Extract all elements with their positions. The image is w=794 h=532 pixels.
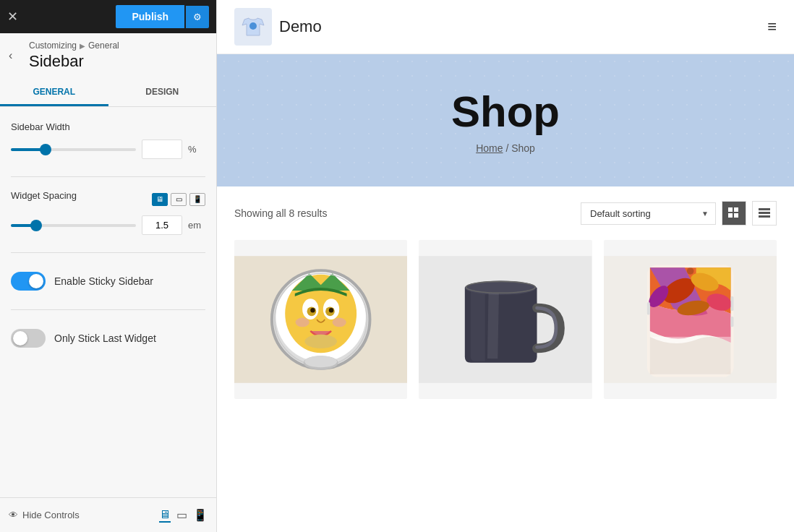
svg-point-16 xyxy=(310,308,315,312)
hero-section: Shop Home / Shop xyxy=(217,54,794,186)
breadcrumb: Customizing ▶ General xyxy=(0,33,216,51)
svg-point-24 xyxy=(304,356,337,367)
divider-1 xyxy=(11,176,205,177)
tshirt-svg xyxy=(240,14,266,40)
stick-last-widget-label: Only Stick Last Widget xyxy=(54,332,156,344)
toggle-track xyxy=(11,272,46,291)
panel-title: Sidebar xyxy=(0,51,216,80)
sidebar-width-slider[interactable] xyxy=(11,148,136,151)
widget-spacing-header: Widget Spacing 🖥 ▭ 📱 xyxy=(11,190,205,208)
stick-last-widget-toggle-row: Only Stick Last Widget xyxy=(11,323,205,353)
svg-rect-4 xyxy=(734,213,738,218)
logo-icon xyxy=(234,8,272,46)
sticky-sidebar-toggle-row: Enable Sticky Sidebar xyxy=(11,266,205,296)
svg-rect-38 xyxy=(730,296,733,311)
slider-thumb[interactable] xyxy=(40,144,51,155)
sidebar-width-unit: % xyxy=(188,144,205,155)
publish-area: Publish ⚙ xyxy=(116,5,209,28)
svg-rect-5 xyxy=(759,208,770,210)
close-button[interactable]: ✕ xyxy=(7,9,18,25)
bottom-mobile-icon[interactable]: 📱 xyxy=(193,508,208,523)
bottom-bar: 👁 Hide Controls 🖥 ▭ 📱 xyxy=(0,497,216,532)
desktop-icon[interactable]: 🖥 xyxy=(152,193,168,206)
svg-point-17 xyxy=(329,308,333,312)
product-svg-phone xyxy=(604,240,777,399)
svg-point-37 xyxy=(687,267,694,275)
publish-button[interactable]: Publish xyxy=(116,5,184,28)
device-icon-group: 🖥 ▭ 📱 xyxy=(152,193,205,206)
panel-content: Sidebar Width % Widget Spacing 🖥 ▭ 📱 xyxy=(0,107,216,497)
bottom-tablet-icon[interactable]: ▭ xyxy=(176,508,187,523)
sticky-sidebar-toggle[interactable] xyxy=(11,272,46,291)
site-header: Demo ≡ xyxy=(217,0,794,54)
svg-rect-7 xyxy=(759,215,770,218)
widget-spacing-slider[interactable] xyxy=(11,224,136,227)
product-card[interactable] xyxy=(419,240,592,399)
sidebar-width-input[interactable] xyxy=(142,140,182,159)
preview-panel: Demo ≡ Shop Home / Shop Showing all 8 re… xyxy=(217,0,794,532)
svg-rect-39 xyxy=(730,317,733,327)
breadcrumb-root[interactable]: Customizing xyxy=(29,40,77,51)
shop-content: Showing all 8 results Default sorting So… xyxy=(217,186,794,532)
svg-rect-6 xyxy=(759,212,770,214)
product-image xyxy=(234,240,407,399)
customizer-panel: ✕ Publish ⚙ Customizing ▶ General ‹ Side… xyxy=(0,0,217,532)
eye-icon: 👁 xyxy=(9,510,18,520)
hide-controls-button[interactable]: 👁 Hide Controls xyxy=(9,510,80,520)
tab-design[interactable]: DESIGN xyxy=(108,80,217,106)
toolbar-right: Default sorting Sort by popularity Sort … xyxy=(581,201,777,226)
hero-breadcrumb: Home / Shop xyxy=(231,142,780,154)
shop-toolbar: Showing all 8 results Default sorting So… xyxy=(234,201,777,226)
tabs: GENERAL DESIGN xyxy=(0,80,216,107)
tab-general[interactable]: GENERAL xyxy=(0,80,108,106)
mobile-icon[interactable]: 📱 xyxy=(189,193,205,206)
sort-wrapper: Default sorting Sort by popularity Sort … xyxy=(581,202,716,225)
list-view-button[interactable] xyxy=(752,201,777,226)
divider-3 xyxy=(11,309,205,310)
sidebar-width-section: Sidebar Width % xyxy=(11,121,205,159)
breadcrumb-sep: / xyxy=(505,142,511,154)
breadcrumb-home-link[interactable]: Home xyxy=(476,142,503,154)
widget-spacing-label: Widget Spacing xyxy=(11,190,77,201)
toggle-track-2 xyxy=(11,329,46,348)
widget-spacing-controls: em xyxy=(11,215,205,235)
hero-title: Shop xyxy=(231,90,780,134)
widget-spacing-section: Widget Spacing 🖥 ▭ 📱 em xyxy=(11,190,205,235)
sort-select[interactable]: Default sorting Sort by popularity Sort … xyxy=(581,202,716,225)
svg-rect-3 xyxy=(728,213,733,218)
hide-controls-label: Hide Controls xyxy=(22,510,80,520)
svg-rect-2 xyxy=(734,207,738,212)
breadcrumb-shop: Shop xyxy=(511,142,535,154)
product-svg-badge xyxy=(234,240,407,399)
svg-point-20 xyxy=(333,318,346,327)
svg-point-0 xyxy=(249,22,257,30)
slider-thumb[interactable] xyxy=(30,220,42,231)
sidebar-width-label: Sidebar Width xyxy=(11,121,205,132)
list-icon xyxy=(759,207,770,219)
publish-settings-button[interactable]: ⚙ xyxy=(186,6,209,28)
bottom-desktop-icon[interactable]: 🖥 xyxy=(159,508,171,523)
product-card[interactable] xyxy=(234,240,407,399)
results-count: Showing all 8 results xyxy=(234,207,327,219)
svg-rect-40 xyxy=(646,302,649,315)
back-button[interactable]: ‹ xyxy=(9,49,12,62)
product-grid xyxy=(234,240,777,399)
svg-point-18 xyxy=(304,335,337,348)
product-card[interactable] xyxy=(604,240,777,399)
svg-point-19 xyxy=(296,318,310,327)
tablet-icon[interactable]: ▭ xyxy=(171,193,187,206)
product-image xyxy=(419,240,592,399)
top-bar: ✕ Publish ⚙ xyxy=(0,0,216,33)
product-svg-mug xyxy=(419,240,592,399)
widget-spacing-input[interactable] xyxy=(142,215,182,235)
stick-last-widget-toggle[interactable] xyxy=(11,329,46,348)
product-image xyxy=(604,240,777,399)
site-logo: Demo xyxy=(234,8,322,46)
svg-rect-1 xyxy=(728,207,733,212)
sticky-sidebar-label: Enable Sticky Sidebar xyxy=(54,275,153,287)
hamburger-icon[interactable]: ≡ xyxy=(767,17,777,36)
bottom-device-icons: 🖥 ▭ 📱 xyxy=(159,508,208,523)
grid-icon xyxy=(728,207,740,219)
grid-view-button[interactable] xyxy=(722,201,746,226)
breadcrumb-current[interactable]: General xyxy=(88,40,119,51)
